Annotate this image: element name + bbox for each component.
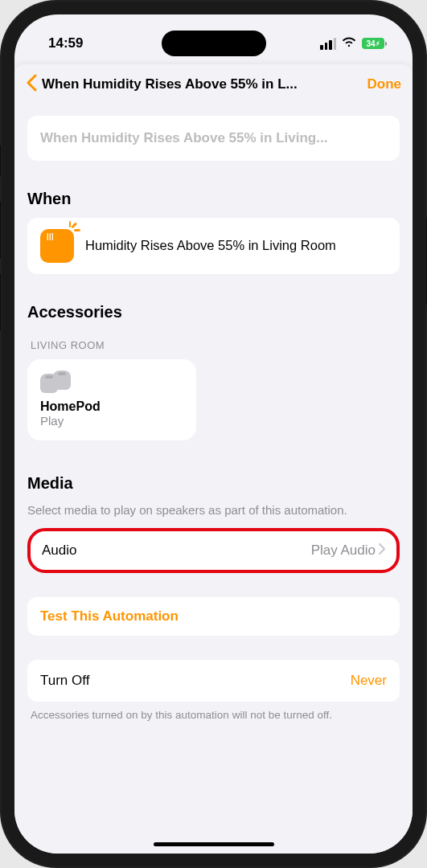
homepod-icon <box>40 371 74 395</box>
phone-screen: 14:59 34⚡︎ When Humidity Rises Above 55%… <box>14 14 413 854</box>
accessories-header: Accessories <box>27 303 400 321</box>
audio-row-value-text: Play Audio <box>311 542 376 559</box>
accessory-tile-homepod[interactable]: HomePod Play <box>27 359 196 440</box>
turn-off-footnote: Accessories turned on by this automation… <box>31 708 396 723</box>
turn-off-value: Never <box>351 673 387 689</box>
battery-percentage: 34 <box>366 39 375 48</box>
nav-title: When Humidity Rises Above 55% in L... <box>42 76 363 92</box>
turn-off-row[interactable]: Turn Off Never <box>27 660 400 702</box>
when-header: When <box>27 190 400 208</box>
humidity-sensor-icon <box>40 229 74 263</box>
when-condition-text: Humidity Rises Above 55% in Living Room <box>85 237 336 254</box>
done-button[interactable]: Done <box>367 76 402 92</box>
turn-off-label: Turn Off <box>40 673 89 689</box>
volume-down-button <box>0 273 1 331</box>
status-time: 14:59 <box>48 35 83 51</box>
modal-sheet: When Humidity Rises Above 55% in L... Do… <box>14 64 413 854</box>
wifi-icon <box>342 35 356 51</box>
cellular-signal-icon <box>320 38 336 50</box>
volume-up-button <box>0 201 1 259</box>
audio-row[interactable]: Audio Play Audio <box>27 528 400 573</box>
when-condition-card[interactable]: Humidity Rises Above 55% in Living Room <box>27 218 400 274</box>
name-field-placeholder: When Humidity Rises Above 55% in Living.… <box>40 130 387 146</box>
audio-row-label: Audio <box>42 542 76 559</box>
phone-frame: 14:59 34⚡︎ When Humidity Rises Above 55%… <box>0 0 427 868</box>
audio-row-value: Play Audio <box>311 542 385 559</box>
test-automation-label: Test This Automation <box>40 608 387 624</box>
chevron-right-icon <box>379 542 385 559</box>
dynamic-island <box>162 31 266 56</box>
room-label: LIVING ROOM <box>31 339 396 351</box>
accessory-action: Play <box>40 414 183 428</box>
mute-switch <box>0 145 1 177</box>
media-subtext: Select media to play on speakers as part… <box>27 502 400 518</box>
media-header: Media <box>27 474 400 493</box>
battery-icon: 34⚡︎ <box>362 38 387 49</box>
test-automation-button[interactable]: Test This Automation <box>27 597 400 636</box>
back-button[interactable] <box>26 74 37 95</box>
home-indicator[interactable] <box>154 842 274 846</box>
content-area: When Humidity Rises Above 55% in Living.… <box>14 103 413 854</box>
nav-bar: When Humidity Rises Above 55% in L... Do… <box>14 64 413 103</box>
automation-name-field[interactable]: When Humidity Rises Above 55% in Living.… <box>27 116 400 161</box>
accessory-name: HomePod <box>40 399 183 414</box>
status-icons: 34⚡︎ <box>320 35 387 51</box>
